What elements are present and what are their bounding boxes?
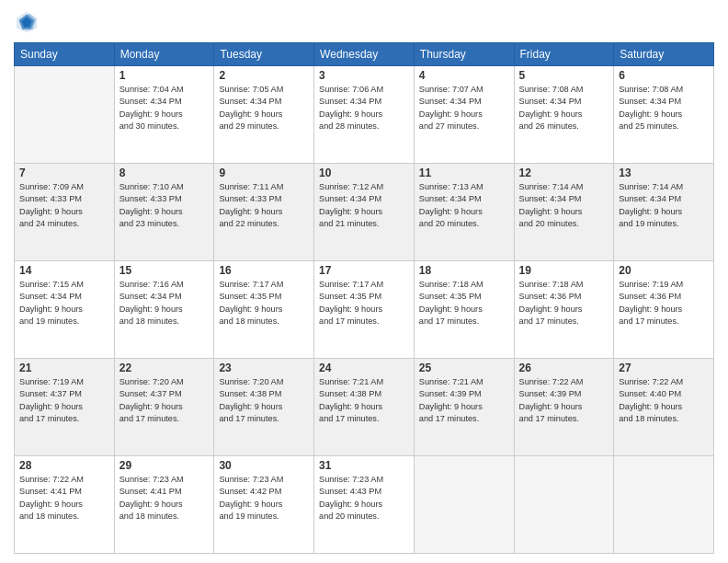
day-number: 23 — [219, 362, 309, 374]
calendar-cell: 13Sunrise: 7:14 AM Sunset: 4:34 PM Dayli… — [614, 164, 714, 261]
day-number: 20 — [619, 264, 709, 277]
cell-text: Sunrise: 7:23 AM Sunset: 4:42 PM Dayligh… — [219, 474, 309, 523]
cell-text: Sunrise: 7:08 AM Sunset: 4:34 PM Dayligh… — [519, 84, 609, 132]
weekday-header-thursday: Thursday — [414, 43, 514, 66]
day-number: 30 — [219, 459, 309, 472]
day-number: 26 — [519, 362, 609, 374]
cell-text: Sunrise: 7:09 AM Sunset: 4:33 PM Dayligh… — [19, 181, 109, 230]
calendar-cell: 21Sunrise: 7:19 AM Sunset: 4:37 PM Dayli… — [15, 359, 115, 456]
day-number: 5 — [519, 69, 609, 82]
calendar-cell: 25Sunrise: 7:21 AM Sunset: 4:39 PM Dayli… — [414, 359, 514, 456]
calendar-cell: 2Sunrise: 7:05 AM Sunset: 4:34 PM Daylig… — [214, 66, 314, 164]
logo-icon — [14, 9, 40, 35]
day-number: 6 — [619, 69, 709, 82]
calendar-cell: 27Sunrise: 7:22 AM Sunset: 4:40 PM Dayli… — [614, 359, 714, 456]
calendar-cell: 8Sunrise: 7:10 AM Sunset: 4:33 PM Daylig… — [114, 164, 214, 261]
cell-text: Sunrise: 7:14 AM Sunset: 4:34 PM Dayligh… — [619, 181, 709, 230]
day-number: 19 — [519, 264, 609, 277]
cell-text: Sunrise: 7:13 AM Sunset: 4:34 PM Dayligh… — [419, 181, 509, 230]
calendar-week-row: 7Sunrise: 7:09 AM Sunset: 4:33 PM Daylig… — [15, 164, 714, 261]
cell-text: Sunrise: 7:19 AM Sunset: 4:37 PM Dayligh… — [19, 376, 109, 425]
cell-text: Sunrise: 7:06 AM Sunset: 4:34 PM Dayligh… — [319, 84, 409, 132]
calendar-cell: 5Sunrise: 7:08 AM Sunset: 4:34 PM Daylig… — [514, 66, 614, 164]
calendar-cell: 28Sunrise: 7:22 AM Sunset: 4:41 PM Dayli… — [15, 456, 115, 554]
day-number: 3 — [319, 69, 409, 82]
cell-text: Sunrise: 7:12 AM Sunset: 4:34 PM Dayligh… — [319, 181, 409, 230]
calendar-cell — [414, 456, 514, 554]
calendar-cell: 24Sunrise: 7:21 AM Sunset: 4:38 PM Dayli… — [314, 359, 415, 456]
cell-text: Sunrise: 7:22 AM Sunset: 4:40 PM Dayligh… — [619, 376, 709, 425]
calendar-week-row: 21Sunrise: 7:19 AM Sunset: 4:37 PM Dayli… — [15, 359, 714, 456]
day-number: 17 — [319, 264, 409, 277]
calendar-cell: 14Sunrise: 7:15 AM Sunset: 4:34 PM Dayli… — [15, 261, 115, 359]
logo — [14, 9, 43, 35]
day-number: 2 — [219, 69, 309, 82]
weekday-header-row: SundayMondayTuesdayWednesdayThursdayFrid… — [15, 43, 714, 66]
calendar-cell: 22Sunrise: 7:20 AM Sunset: 4:37 PM Dayli… — [114, 359, 214, 456]
calendar-cell: 4Sunrise: 7:07 AM Sunset: 4:34 PM Daylig… — [414, 66, 514, 164]
calendar-cell: 31Sunrise: 7:23 AM Sunset: 4:43 PM Dayli… — [314, 456, 415, 554]
day-number: 22 — [119, 362, 210, 374]
calendar-cell — [614, 456, 714, 554]
cell-text: Sunrise: 7:04 AM Sunset: 4:34 PM Dayligh… — [119, 84, 210, 132]
calendar-cell: 10Sunrise: 7:12 AM Sunset: 4:34 PM Dayli… — [314, 164, 415, 261]
day-number: 21 — [19, 362, 109, 374]
cell-text: Sunrise: 7:20 AM Sunset: 4:37 PM Dayligh… — [119, 376, 210, 425]
day-number: 25 — [419, 362, 509, 374]
weekday-header-wednesday: Wednesday — [314, 43, 415, 66]
weekday-header-tuesday: Tuesday — [214, 43, 314, 66]
cell-text: Sunrise: 7:14 AM Sunset: 4:34 PM Dayligh… — [519, 181, 609, 230]
cell-text: Sunrise: 7:20 AM Sunset: 4:38 PM Dayligh… — [219, 376, 309, 425]
cell-text: Sunrise: 7:21 AM Sunset: 4:38 PM Dayligh… — [319, 376, 409, 425]
weekday-header-friday: Friday — [514, 43, 614, 66]
header — [14, 9, 714, 35]
weekday-header-saturday: Saturday — [614, 43, 714, 66]
day-number: 28 — [19, 459, 109, 472]
calendar-cell: 7Sunrise: 7:09 AM Sunset: 4:33 PM Daylig… — [15, 164, 115, 261]
cell-text: Sunrise: 7:17 AM Sunset: 4:35 PM Dayligh… — [219, 279, 309, 327]
weekday-header-sunday: Sunday — [15, 43, 115, 66]
day-number: 18 — [419, 264, 509, 277]
day-number: 8 — [119, 167, 210, 179]
calendar-cell: 12Sunrise: 7:14 AM Sunset: 4:34 PM Dayli… — [514, 164, 614, 261]
calendar-cell — [15, 66, 115, 164]
calendar-cell: 3Sunrise: 7:06 AM Sunset: 4:34 PM Daylig… — [314, 66, 415, 164]
calendar-week-row: 1Sunrise: 7:04 AM Sunset: 4:34 PM Daylig… — [15, 66, 714, 164]
day-number: 12 — [519, 167, 609, 179]
day-number: 4 — [419, 69, 509, 82]
calendar-cell: 19Sunrise: 7:18 AM Sunset: 4:36 PM Dayli… — [514, 261, 614, 359]
calendar-cell: 17Sunrise: 7:17 AM Sunset: 4:35 PM Dayli… — [314, 261, 415, 359]
calendar-cell: 6Sunrise: 7:08 AM Sunset: 4:34 PM Daylig… — [614, 66, 714, 164]
day-number: 7 — [19, 167, 109, 179]
weekday-header-monday: Monday — [114, 43, 214, 66]
calendar-cell: 29Sunrise: 7:23 AM Sunset: 4:41 PM Dayli… — [114, 456, 214, 554]
calendar-cell: 18Sunrise: 7:18 AM Sunset: 4:35 PM Dayli… — [414, 261, 514, 359]
calendar: SundayMondayTuesdayWednesdayThursdayFrid… — [14, 42, 714, 554]
calendar-cell — [514, 456, 614, 554]
cell-text: Sunrise: 7:19 AM Sunset: 4:36 PM Dayligh… — [619, 279, 709, 327]
cell-text: Sunrise: 7:21 AM Sunset: 4:39 PM Dayligh… — [419, 376, 509, 425]
day-number: 1 — [119, 69, 210, 82]
cell-text: Sunrise: 7:22 AM Sunset: 4:41 PM Dayligh… — [19, 474, 109, 523]
day-number: 27 — [619, 362, 709, 374]
day-number: 13 — [619, 167, 709, 179]
cell-text: Sunrise: 7:08 AM Sunset: 4:34 PM Dayligh… — [619, 84, 709, 132]
calendar-cell: 16Sunrise: 7:17 AM Sunset: 4:35 PM Dayli… — [214, 261, 314, 359]
cell-text: Sunrise: 7:10 AM Sunset: 4:33 PM Dayligh… — [119, 181, 210, 230]
day-number: 16 — [219, 264, 309, 277]
cell-text: Sunrise: 7:15 AM Sunset: 4:34 PM Dayligh… — [19, 279, 109, 327]
cell-text: Sunrise: 7:22 AM Sunset: 4:39 PM Dayligh… — [519, 376, 609, 425]
calendar-cell: 9Sunrise: 7:11 AM Sunset: 4:33 PM Daylig… — [214, 164, 314, 261]
cell-text: Sunrise: 7:05 AM Sunset: 4:34 PM Dayligh… — [219, 84, 309, 132]
calendar-week-row: 14Sunrise: 7:15 AM Sunset: 4:34 PM Dayli… — [15, 261, 714, 359]
day-number: 24 — [319, 362, 409, 374]
calendar-cell: 20Sunrise: 7:19 AM Sunset: 4:36 PM Dayli… — [614, 261, 714, 359]
cell-text: Sunrise: 7:11 AM Sunset: 4:33 PM Dayligh… — [219, 181, 309, 230]
calendar-cell: 15Sunrise: 7:16 AM Sunset: 4:34 PM Dayli… — [114, 261, 214, 359]
day-number: 15 — [119, 264, 210, 277]
cell-text: Sunrise: 7:23 AM Sunset: 4:41 PM Dayligh… — [119, 474, 210, 523]
day-number: 14 — [19, 264, 109, 277]
day-number: 10 — [319, 167, 409, 179]
day-number: 31 — [319, 459, 409, 472]
day-number: 29 — [119, 459, 210, 472]
